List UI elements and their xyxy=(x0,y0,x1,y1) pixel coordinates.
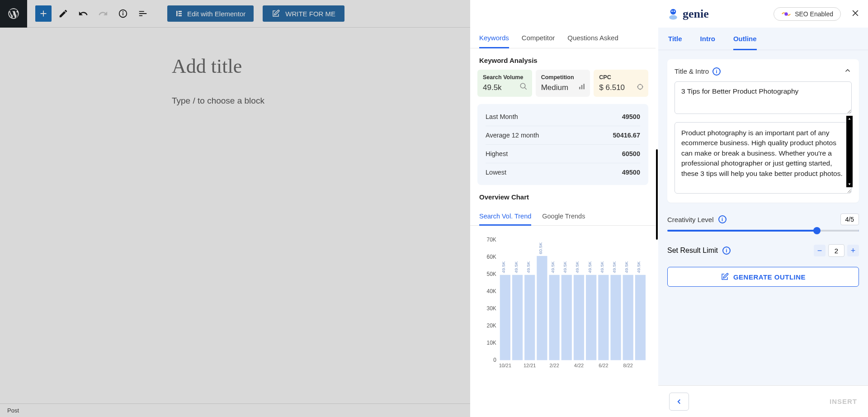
svg-rect-10 xyxy=(581,85,583,89)
svg-text:6/22: 6/22 xyxy=(599,363,608,368)
creativity-slider[interactable] xyxy=(667,230,859,232)
back-button[interactable] xyxy=(669,393,689,411)
svg-text:49.5K: 49.5K xyxy=(562,261,567,273)
stat-last-month-label: Last Month xyxy=(486,113,518,120)
svg-text:8/22: 8/22 xyxy=(623,363,633,368)
svg-rect-33 xyxy=(574,275,584,360)
svg-text:49.5K: 49.5K xyxy=(550,261,555,273)
step-title[interactable]: Title xyxy=(668,28,682,50)
creativity-value: 4/5 xyxy=(840,213,859,225)
outline-footer: INSERT xyxy=(658,385,868,417)
seo-label: SEO Enabled xyxy=(795,10,833,18)
close-button[interactable] xyxy=(851,8,860,20)
svg-rect-39 xyxy=(610,275,621,360)
svg-rect-35 xyxy=(586,275,596,360)
stat-last-month-value: 49500 xyxy=(622,113,640,120)
creativity-row: Creativity Level i 4/5 xyxy=(667,213,859,225)
svg-text:70K: 70K xyxy=(487,237,496,243)
svg-point-55 xyxy=(784,12,788,15)
generate-outline-button[interactable]: GENERATE OUTLINE xyxy=(667,267,859,287)
seo-badge-icon xyxy=(781,10,791,18)
svg-point-7 xyxy=(520,83,525,88)
intro-textarea[interactable] xyxy=(675,122,852,194)
cpc-label: CPC xyxy=(599,74,643,81)
comp-label: Competition xyxy=(541,74,585,81)
svg-rect-21 xyxy=(500,275,510,360)
stat-avg-label: Average 12 month xyxy=(486,132,539,139)
seo-enabled-pill[interactable]: SEO Enabled xyxy=(774,7,841,21)
insert-button[interactable]: INSERT xyxy=(830,398,857,405)
scroll-up-icon[interactable] xyxy=(846,116,853,122)
genie-icon xyxy=(666,7,680,21)
svg-text:49.5K: 49.5K xyxy=(599,261,604,273)
step-tabs: Title Intro Outline xyxy=(658,28,868,50)
bars-icon xyxy=(578,83,585,92)
scroll-down-icon[interactable] xyxy=(846,181,853,187)
kw-tabs: Keywords Competitor Questions Asked xyxy=(470,28,656,48)
svg-rect-23 xyxy=(512,275,523,360)
svg-text:12/21: 12/21 xyxy=(524,363,536,368)
svg-text:49.5K: 49.5K xyxy=(624,261,629,273)
svg-text:40K: 40K xyxy=(487,288,496,294)
close-icon xyxy=(851,9,860,18)
chart-tab-google-trends[interactable]: Google Trends xyxy=(542,213,585,225)
svg-rect-41 xyxy=(623,275,633,360)
step-outline[interactable]: Outline xyxy=(733,28,757,50)
svg-text:0: 0 xyxy=(493,357,496,363)
svg-point-53 xyxy=(671,10,673,12)
svg-rect-43 xyxy=(635,275,646,360)
info-icon[interactable]: i xyxy=(722,246,731,255)
outline-panel: genie SEO Enabled Title Intro Outline Ti… xyxy=(658,0,868,417)
tab-keywords[interactable]: Keywords xyxy=(479,28,509,48)
metrics-row: Search Volume 49.5k Competition Medium C… xyxy=(470,70,656,97)
limit-increment-button[interactable]: + xyxy=(847,245,859,256)
tab-questions[interactable]: Questions Asked xyxy=(567,28,618,48)
outline-header: genie SEO Enabled xyxy=(658,0,868,28)
sv-label: Search Volume xyxy=(483,74,527,81)
pen-icon xyxy=(721,273,729,281)
stat-high-value: 60500 xyxy=(622,150,640,157)
info-icon[interactable]: i xyxy=(712,67,721,76)
chart-tabs: Search Vol. Trend Google Trends xyxy=(470,208,656,226)
result-limit-row: Set Result Limit i − + xyxy=(667,244,859,257)
svg-text:49.5K: 49.5K xyxy=(575,261,580,273)
svg-text:10/21: 10/21 xyxy=(499,363,511,368)
step-intro[interactable]: Intro xyxy=(700,28,715,50)
stats-box: Last Month49500 Average 12 month50416.67… xyxy=(477,104,648,185)
info-icon[interactable]: i xyxy=(718,215,726,223)
svg-point-51 xyxy=(670,9,676,14)
keyword-panel: Keywords Competitor Questions Asked Keyw… xyxy=(470,0,656,417)
genie-logo-text: genie xyxy=(683,7,709,21)
tab-competitor[interactable]: Competitor xyxy=(522,28,555,48)
svg-text:2/22: 2/22 xyxy=(549,363,559,368)
svg-point-54 xyxy=(674,10,675,12)
limit-decrement-button[interactable]: − xyxy=(814,245,826,256)
svg-text:49.5K: 49.5K xyxy=(514,261,519,273)
limit-input[interactable] xyxy=(828,244,844,257)
metric-cpc: CPC $ 6.510 xyxy=(594,70,648,97)
svg-line-8 xyxy=(524,87,527,90)
creativity-label: Creativity Level xyxy=(667,216,714,223)
svg-point-52 xyxy=(669,15,677,19)
title-intro-header[interactable]: Title & Intro i xyxy=(675,66,852,76)
panel-divider[interactable] xyxy=(656,0,658,417)
svg-marker-59 xyxy=(849,183,851,185)
svg-text:10K: 10K xyxy=(487,340,496,346)
svg-rect-31 xyxy=(561,275,572,360)
svg-text:50K: 50K xyxy=(487,271,496,277)
intro-scrollbar[interactable] xyxy=(846,116,853,187)
chevron-left-icon xyxy=(675,398,683,406)
svg-marker-58 xyxy=(849,118,851,120)
slider-thumb[interactable] xyxy=(813,227,821,234)
outline-body: Title & Intro i Creativity Level i xyxy=(658,50,868,385)
title-textarea[interactable] xyxy=(675,81,852,114)
svg-rect-25 xyxy=(524,275,535,360)
svg-text:49.5K: 49.5K xyxy=(501,261,506,273)
overview-chart-heading: Overview Chart xyxy=(470,185,656,206)
chart-area: 70K60K50K40K30K20K10K049.5K49.5K49.5K60.… xyxy=(470,226,656,372)
chart-tab-search-trend[interactable]: Search Vol. Trend xyxy=(479,213,531,225)
svg-rect-37 xyxy=(598,275,609,360)
stat-low-label: Lowest xyxy=(486,169,506,176)
title-intro-card: Title & Intro i xyxy=(667,59,859,203)
svg-text:49.5K: 49.5K xyxy=(526,261,531,273)
